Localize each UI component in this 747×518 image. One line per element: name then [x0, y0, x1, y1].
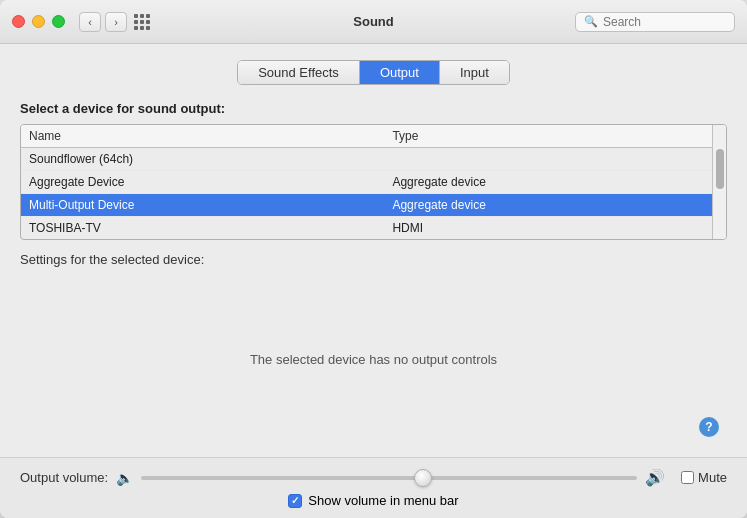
device-table-wrapper: Name Type Soundflower (64ch) Aggregate D… — [20, 124, 727, 240]
device-name: Multi-Output Device — [21, 194, 384, 217]
search-bar[interactable]: 🔍 — [575, 12, 735, 32]
device-table: Name Type Soundflower (64ch) Aggregate D… — [21, 125, 712, 239]
volume-slider[interactable] — [141, 469, 637, 487]
close-button[interactable] — [12, 15, 25, 28]
menu-bar-label: Show volume in menu bar — [308, 493, 458, 508]
col-type: Type — [384, 125, 712, 148]
main-content: Sound Effects Output Input Select a devi… — [0, 44, 747, 457]
grid-view-button[interactable] — [131, 12, 153, 32]
volume-high-icon: 🔊 — [645, 468, 665, 487]
maximize-button[interactable] — [52, 15, 65, 28]
table-row[interactable]: TOSHIBA-TV HDMI — [21, 217, 712, 240]
device-type: Aggregate device — [384, 194, 712, 217]
back-button[interactable]: ‹ — [79, 12, 101, 32]
volume-track — [141, 476, 637, 480]
settings-content: The selected device has no output contro… — [20, 273, 727, 445]
device-type: Aggregate device — [384, 171, 712, 194]
settings-label: Settings for the selected device: — [20, 252, 727, 267]
search-icon: 🔍 — [584, 15, 598, 28]
title-bar: ‹ › Sound 🔍 — [0, 0, 747, 44]
window-title: Sound — [353, 14, 393, 29]
device-name: Soundflower (64ch) — [21, 148, 384, 171]
volume-low-icon: 🔈 — [116, 470, 133, 486]
scrollbar[interactable] — [712, 125, 726, 239]
device-name: Aggregate Device — [21, 171, 384, 194]
minimize-button[interactable] — [32, 15, 45, 28]
help-button[interactable]: ? — [699, 417, 719, 437]
menu-bar-row: ✓ Show volume in menu bar — [20, 493, 727, 508]
scrollbar-thumb[interactable] — [716, 149, 724, 189]
forward-button[interactable]: › — [105, 12, 127, 32]
table-row[interactable]: Soundflower (64ch) — [21, 148, 712, 171]
window: ‹ › Sound 🔍 Sound Effects Output Input — [0, 0, 747, 518]
volume-label: Output volume: — [20, 470, 108, 485]
traffic-lights — [12, 15, 65, 28]
table-row-selected[interactable]: Multi-Output Device Aggregate device — [21, 194, 712, 217]
section-heading: Select a device for sound output: — [20, 101, 727, 116]
tab-input[interactable]: Input — [440, 61, 509, 84]
grid-icon — [134, 14, 150, 30]
volume-row: Output volume: 🔈 🔊 Mute — [20, 468, 727, 487]
device-name: TOSHIBA-TV — [21, 217, 384, 240]
nav-buttons: ‹ › — [79, 12, 127, 32]
table-inner: Name Type Soundflower (64ch) Aggregate D… — [21, 125, 712, 239]
mute-label: Mute — [698, 470, 727, 485]
col-name: Name — [21, 125, 384, 148]
menu-bar-control: ✓ Show volume in menu bar — [288, 493, 458, 508]
tabs: Sound Effects Output Input — [237, 60, 510, 85]
device-type: HDMI — [384, 217, 712, 240]
no-controls-text: The selected device has no output contro… — [250, 352, 497, 367]
volume-thumb[interactable] — [414, 469, 432, 487]
tab-output[interactable]: Output — [360, 61, 440, 84]
device-type — [384, 148, 712, 171]
tab-sound-effects[interactable]: Sound Effects — [238, 61, 360, 84]
mute-checkbox[interactable] — [681, 471, 694, 484]
search-input[interactable] — [603, 15, 726, 29]
menu-bar-checkbox[interactable]: ✓ — [288, 494, 302, 508]
table-row[interactable]: Aggregate Device Aggregate device — [21, 171, 712, 194]
tabs-container: Sound Effects Output Input — [20, 60, 727, 85]
checkmark-icon: ✓ — [291, 495, 299, 506]
mute-control: Mute — [681, 470, 727, 485]
bottom-controls: Output volume: 🔈 🔊 Mute ✓ Show volume in… — [0, 457, 747, 518]
